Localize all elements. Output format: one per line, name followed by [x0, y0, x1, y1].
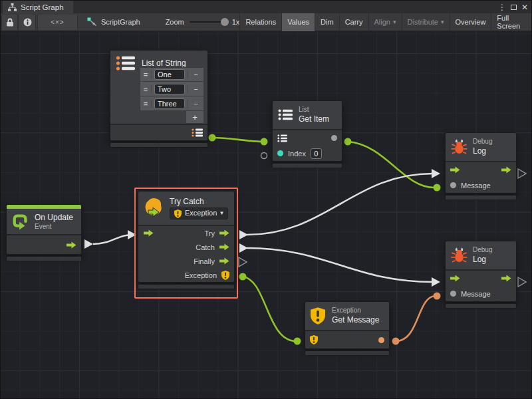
wire-try-to-log1[interactable]: [247, 174, 433, 235]
close-icon[interactable]: ✕: [521, 3, 528, 11]
fullscreen-label: Full Screen: [497, 14, 527, 30]
arrow-into-log2[interactable]: [432, 277, 440, 287]
message-input-port[interactable]: [450, 291, 456, 297]
index-label: Index: [288, 150, 306, 158]
flow-input-port[interactable]: [450, 166, 460, 174]
zoom-slider-handle[interactable]: [221, 18, 229, 26]
port-exception-out[interactable]: [239, 273, 247, 281]
port-getmessage-out[interactable]: [392, 338, 400, 345]
flow-output-port[interactable]: [501, 166, 511, 174]
drag-handle[interactable]: =: [140, 85, 152, 93]
arrow-into-log1[interactable]: [432, 169, 440, 178]
values-button[interactable]: Values: [281, 13, 315, 31]
drag-handle[interactable]: =: [140, 100, 152, 108]
values-label: Values: [287, 18, 309, 26]
flow-output-port[interactable]: [66, 241, 76, 249]
flow-input-port[interactable]: [450, 275, 460, 282]
relations-button[interactable]: Relations: [239, 13, 281, 31]
wire-getmessage-to-log2-message[interactable]: [396, 296, 436, 341]
node-list-of-string[interactable]: List of String = One − = Two −: [110, 50, 208, 148]
graph-canvas[interactable]: List of String = One − = Two −: [1, 31, 532, 399]
flow-output-port[interactable]: [501, 275, 511, 282]
node-footer: [6, 256, 82, 261]
exception-input-port[interactable]: [310, 335, 318, 344]
overview-button[interactable]: Overview: [450, 13, 491, 31]
remove-item-button[interactable]: −: [188, 100, 203, 108]
node-on-update-body: [7, 235, 81, 254]
node-subtitle: Event: [35, 223, 73, 231]
port-log2-message-in[interactable]: [434, 293, 441, 300]
port-finally-out[interactable]: [239, 257, 247, 267]
node-get-message[interactable]: Exception Get Message: [305, 301, 390, 356]
port-log2-out[interactable]: [518, 277, 526, 287]
list-port-icon[interactable]: [192, 128, 203, 137]
message-input-port[interactable]: [450, 182, 456, 188]
exception-type-dropdown[interactable]: Exception ▾: [170, 207, 228, 219]
port-list-output[interactable]: [209, 134, 216, 142]
node-try-catch[interactable]: Try Catch Exception ▾: [138, 191, 235, 289]
port-catch-out[interactable]: [239, 243, 248, 253]
tab-script-graph[interactable]: Script Graph: [3, 1, 73, 13]
node-debug-log-1[interactable]: Debug Log Message: [445, 132, 517, 200]
lock-button[interactable]: [1, 15, 18, 30]
port-try-out[interactable]: [239, 230, 248, 239]
align-button[interactable]: Align▾: [368, 13, 402, 31]
wire-list-to-getitem[interactable]: [212, 138, 264, 142]
try-catch-icon: [144, 198, 164, 217]
list-port-icon[interactable]: [277, 134, 287, 142]
message-output-port[interactable]: [378, 337, 384, 343]
finally-flow-port[interactable]: [219, 257, 229, 265]
window-controls: ⋮ ✕: [498, 1, 532, 13]
list-item-field[interactable]: One: [154, 69, 185, 80]
remove-item-button[interactable]: −: [188, 85, 203, 93]
bug-icon: [451, 247, 467, 263]
try-flow-port[interactable]: [219, 229, 229, 237]
maximize-icon[interactable]: [511, 3, 517, 11]
unity-script-graph-window: Script Graph ⋮ ✕ <×>: [0, 0, 532, 399]
carry-button[interactable]: Carry: [339, 13, 368, 31]
wire-exception-to-getmessage[interactable]: [243, 277, 296, 341]
index-input-port[interactable]: [277, 150, 283, 156]
node-footer: [445, 195, 517, 200]
wire-catch-to-log2[interactable]: [247, 248, 433, 282]
node-get-item[interactable]: List Get Item: [272, 100, 342, 168]
list-item-field[interactable]: Two: [154, 84, 185, 94]
arrow-into-trycatch[interactable]: [128, 230, 136, 239]
port-log1-out[interactable]: [518, 169, 526, 178]
node-debug-log-1-header: Debug Log: [446, 133, 516, 162]
port-getmessage-in[interactable]: [294, 338, 301, 345]
maximize-glyph: [511, 5, 517, 10]
node-on-update[interactable]: On Update Event: [6, 204, 82, 261]
list-item-row: = Two −: [140, 82, 204, 96]
chevron-down-icon: ▾: [393, 19, 396, 25]
dim-button[interactable]: Dim: [315, 13, 339, 31]
node-debug-log-2[interactable]: Debug Log Message: [445, 241, 517, 309]
index-value-field[interactable]: 0: [311, 148, 322, 159]
menu-icon[interactable]: ⋮: [498, 3, 506, 11]
value-output-port[interactable]: [331, 135, 337, 141]
flow-input-port[interactable]: [144, 229, 154, 237]
code-view-button[interactable]: <×>: [37, 15, 78, 30]
port-index-in[interactable]: [261, 153, 267, 159]
list-item-field[interactable]: Three: [154, 98, 185, 109]
drag-handle[interactable]: =: [140, 70, 152, 78]
port-getitem-result-out[interactable]: [344, 138, 352, 146]
node-subtitle: List: [299, 106, 329, 114]
add-item-button[interactable]: +: [186, 111, 204, 124]
wire-onupdate-to-trycatch[interactable]: [93, 235, 132, 244]
port-log1-message-in[interactable]: [434, 184, 441, 192]
list-item-row: = One −: [140, 67, 204, 82]
port-getitem-list-in[interactable]: [261, 138, 268, 146]
graph-breadcrumb[interactable]: ScriptGraph: [87, 17, 140, 27]
zoom-value: 1x: [232, 18, 240, 26]
distribute-button[interactable]: Distribute▾: [402, 13, 450, 31]
node-try-catch-body: Try Catch Finally Exception: [138, 226, 234, 282]
fullscreen-button[interactable]: Full Screen: [491, 13, 532, 31]
catch-flow-port[interactable]: [219, 243, 229, 251]
port-onupdate-out[interactable]: [84, 239, 93, 249]
remove-item-button[interactable]: −: [188, 70, 203, 78]
info-button[interactable]: [19, 15, 35, 30]
exception-value-port[interactable]: [221, 271, 229, 280]
node-debug-log-1-body: Message: [446, 162, 516, 193]
zoom-slider[interactable]: [190, 21, 227, 23]
